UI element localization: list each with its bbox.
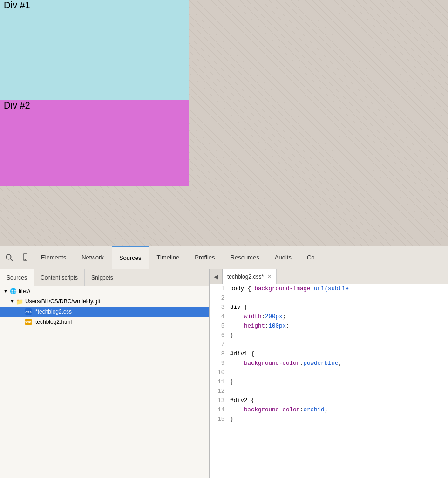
div2-element: Div #2 [0,100,189,186]
div2-label: Div #2 [0,97,34,113]
tab-profiles[interactable]: Profiles [187,246,223,269]
html-file-icon: html [25,319,32,325]
devtools-tabs: Elements Network Sources Timeline Profil… [34,246,446,269]
browser-viewport: Div #1 Div #2 [0,0,448,246]
tree-arrow-root: ▼ [3,288,8,294]
div1-element: Div #1 [0,0,189,100]
code-line-8: 8 #div1 { [210,349,448,359]
sources-right-panel: ◀ techblog2.css* ✕ 1 body { background-i… [210,269,448,478]
code-line-10: 10 [210,368,448,377]
tab-elements[interactable]: Elements [34,246,74,269]
file-tree: ▼ 🌐 file:// ▼ 📁 Users/Bill/CS/DBC/wmleid… [0,286,209,478]
div1-label: Div #1 [0,0,34,13]
code-line-3: 3 div { [210,303,448,312]
device-icon[interactable] [18,250,33,265]
svg-line-1 [11,259,13,261]
tab-audits[interactable]: Audits [267,246,299,269]
sources-left-panel: Sources Content scripts Snippets ▼ 🌐 fil… [0,269,210,478]
tab-close-btn[interactable]: ✕ [267,273,272,280]
code-line-13: 13 #div2 { [210,396,448,405]
code-line-1: 1 body { background-image:url(subtle [210,284,448,294]
tree-file-html[interactable]: ▶ html techblog2.html [0,317,209,327]
tab-resources[interactable]: Resources [223,246,267,269]
editor-tab-css[interactable]: techblog2.css* ✕ [223,269,277,284]
subtab-content-scripts[interactable]: Content scripts [34,269,85,286]
devtools-body: Sources Content scripts Snippets ▼ 🌐 fil… [0,269,448,478]
code-line-11: 11 } [210,377,448,387]
editor-nav-btn[interactable]: ◀ [210,269,223,284]
code-editor[interactable]: 1 body { background-image:url(subtle 2 3… [210,284,448,478]
svg-point-3 [25,259,26,260]
tree-arrow-folder: ▼ [9,299,15,304]
tab-console[interactable]: Co... [299,246,327,269]
code-line-6: 6 } [210,331,448,340]
code-line-12: 12 [210,387,448,396]
svg-point-0 [7,254,11,259]
css-file-icon: css [25,308,32,315]
devtools-panel: Elements Network Sources Timeline Profil… [0,246,448,478]
folder-icon: 📁 [16,298,23,305]
code-line-14: 14 background-color:orchid; [210,405,448,415]
tree-folder[interactable]: ▼ 📁 Users/Bill/CS/DBC/wmleidy.git [0,296,209,307]
tab-timeline[interactable]: Timeline [149,246,188,269]
code-line-4: 4 width:200px; [210,312,448,321]
code-line-7: 7 [210,340,448,349]
tab-network[interactable]: Network [74,246,112,269]
tree-root[interactable]: ▼ 🌐 file:// [0,286,209,296]
tab-sources[interactable]: Sources [112,246,149,269]
subtab-sources[interactable]: Sources [0,269,34,286]
code-line-5: 5 height:100px; [210,321,448,331]
code-line-2: 2 [210,294,448,303]
sources-subtabs: Sources Content scripts Snippets [0,269,209,286]
tree-file-css[interactable]: ▶ css *techblog2.css [0,307,209,317]
search-icon[interactable] [2,250,17,265]
code-line-15: 15 } [210,415,448,424]
code-line-9: 9 background-color:powderblue; [210,359,448,368]
editor-tabs: ◀ techblog2.css* ✕ [210,269,448,284]
devtools-toolbar: Elements Network Sources Timeline Profil… [0,246,448,269]
globe-icon: 🌐 [9,287,17,295]
subtab-snippets[interactable]: Snippets [85,269,120,286]
